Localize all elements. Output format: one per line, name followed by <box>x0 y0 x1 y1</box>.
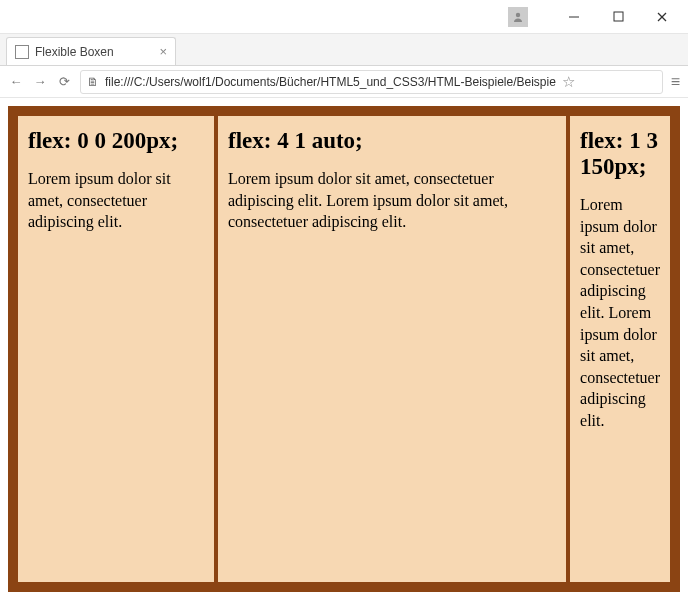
minimize-button[interactable] <box>552 3 596 31</box>
page-favicon <box>15 45 29 59</box>
page-content: flex: 0 0 200px; Lorem ipsum dolor sit a… <box>0 98 688 600</box>
browser-tab[interactable]: Flexible Boxen × <box>6 37 176 65</box>
url-text: file:///C:/Users/wolf1/Documents/Bücher/… <box>105 75 556 89</box>
flex-box-1: flex: 0 0 200px; Lorem ipsum dolor sit a… <box>16 114 216 584</box>
window-titlebar <box>0 0 688 34</box>
flex-container: flex: 0 0 200px; Lorem ipsum dolor sit a… <box>8 106 680 592</box>
svg-point-0 <box>516 12 520 16</box>
reload-button[interactable]: ⟳ <box>56 74 72 89</box>
box-heading: flex: 4 1 auto; <box>228 128 556 154</box>
flex-box-2: flex: 4 1 auto; Lorem ipsum dolor sit am… <box>216 114 568 584</box>
back-button[interactable]: ← <box>8 74 24 89</box>
menu-button[interactable]: ≡ <box>671 73 680 91</box>
url-field[interactable]: 🗎 file:///C:/Users/wolf1/Documents/Büche… <box>80 70 663 94</box>
tab-strip: Flexible Boxen × <box>0 34 688 66</box>
box-heading: flex: 1 3 150px; <box>580 128 660 180</box>
flex-box-3: flex: 1 3 150px; Lorem ipsum dolor sit a… <box>568 114 672 584</box>
forward-button[interactable]: → <box>32 74 48 89</box>
tab-title: Flexible Boxen <box>35 45 153 59</box>
maximize-button[interactable] <box>596 3 640 31</box>
bookmark-icon[interactable]: ☆ <box>562 73 575 91</box>
box-heading: flex: 0 0 200px; <box>28 128 204 154</box>
box-body: Lorem ipsum dolor sit amet, consectetuer… <box>28 168 204 233</box>
file-icon: 🗎 <box>87 75 99 89</box>
box-body: Lorem ipsum dolor sit amet, consectetuer… <box>580 194 660 432</box>
close-button[interactable] <box>640 3 684 31</box>
box-body: Lorem ipsum dolor sit amet, consectetuer… <box>228 168 556 233</box>
svg-rect-2 <box>614 12 623 21</box>
address-bar: ← → ⟳ 🗎 file:///C:/Users/wolf1/Documents… <box>0 66 688 98</box>
profile-icon[interactable] <box>508 7 528 27</box>
tab-close-icon[interactable]: × <box>159 44 167 59</box>
